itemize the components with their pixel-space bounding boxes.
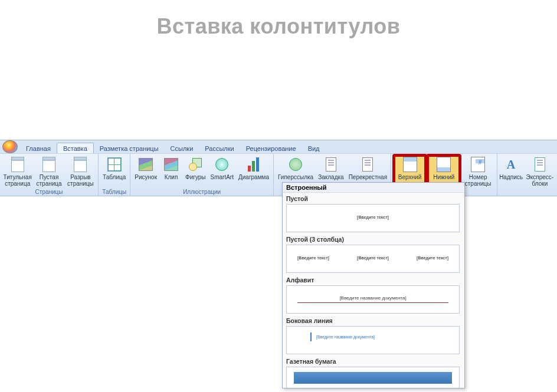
blank-page-button[interactable]: Пустая страница <box>34 155 64 188</box>
tab-page-layout[interactable]: Разметка страницы <box>94 143 165 153</box>
page-icon <box>9 156 26 173</box>
newsbar <box>294 372 452 384</box>
group-pages: Титульная страница Пустая страница Разры… <box>0 154 99 196</box>
label: Гиперссылка <box>278 174 313 180</box>
clipart-icon <box>163 156 179 173</box>
office-button[interactable] <box>2 140 18 153</box>
group-illustrations: Рисунок Клип Фигуры SmartArt Диаграмма <box>130 154 274 196</box>
gallery-item-alphabet[interactable]: Алфавит [Введите название документа] <box>283 274 463 315</box>
bookmark-button[interactable]: Закладка <box>316 155 345 182</box>
label: Разрыв страницы <box>67 174 94 187</box>
bookmark-icon <box>323 156 339 173</box>
group-label: Таблицы <box>101 188 127 196</box>
quickparts-icon <box>532 156 548 173</box>
gallery-preview: [Введите текст] <box>286 204 460 232</box>
table-button[interactable]: Таблица <box>101 155 127 182</box>
label: SmartArt <box>211 174 234 180</box>
chart-button[interactable]: Диаграмма <box>237 155 271 182</box>
smartart-button[interactable]: SmartArt <box>209 155 235 182</box>
label: Пустая страница <box>35 174 62 187</box>
pagenum-icon <box>470 156 486 173</box>
chart-icon <box>245 156 262 173</box>
gallery-section-header: Встроенный <box>283 183 464 193</box>
tab-view[interactable]: Вид <box>302 143 326 153</box>
textbox-button[interactable]: A Надпись <box>500 155 522 182</box>
tab-home[interactable]: Главная <box>20 143 57 153</box>
page-break-button[interactable]: Разрыв страницы <box>65 155 96 188</box>
gallery-item-title: Газетная бумага <box>286 358 460 365</box>
label: Закладка <box>318 174 343 180</box>
gallery-item-pustoy[interactable]: Пустой [Введите текст] <box>283 193 463 233</box>
ribbon-body: Титульная страница Пустая страница Разры… <box>0 153 557 196</box>
group-tables: Таблица Таблицы <box>99 154 130 196</box>
placeholder-text: [Введите текст] <box>417 256 448 260</box>
gallery-preview <box>286 367 460 388</box>
quickparts-button[interactable]: Экспресс-блоки <box>523 155 556 188</box>
gallery-item-title: Пустой (3 столбца) <box>286 236 460 243</box>
group-label: Страницы <box>2 188 96 196</box>
group-text: A Надпись Экспресс-блоки A WordArt A Бук… <box>497 154 557 196</box>
hyperlink-button[interactable]: Гиперссылка <box>276 155 315 182</box>
gallery-preview: [Введите название документа] <box>286 285 460 314</box>
placeholder-text: [Введите название документа] <box>310 332 435 341</box>
header-icon <box>402 156 418 173</box>
textbox-icon: A <box>503 156 519 173</box>
label: Номер страницы <box>463 174 493 187</box>
label: Фигуры <box>185 174 205 180</box>
picture-button[interactable]: Рисунок <box>133 155 159 182</box>
picture-icon <box>137 156 154 173</box>
table-icon <box>106 156 123 173</box>
gallery-item-sideline[interactable]: Боковая линия [Введите название документ… <box>283 315 463 355</box>
gallery-preview: [Введите текст] [Введите текст] [Введите… <box>286 245 460 273</box>
group-label: Иллюстрации <box>133 188 271 196</box>
placeholder-text: [Введите текст] <box>297 215 448 219</box>
crossref-icon <box>359 156 376 173</box>
clipart-button[interactable]: Клип <box>160 155 182 182</box>
footer-icon <box>435 156 452 173</box>
label: Диаграмма <box>238 174 269 180</box>
tab-mailings[interactable]: Рассылки <box>199 143 240 153</box>
gallery-item-3col[interactable]: Пустой (3 столбца) [Введите текст] [Введ… <box>283 233 463 274</box>
label: Таблица <box>103 174 126 180</box>
globe-icon <box>287 156 304 173</box>
gallery-preview: [Введите название документа] <box>286 326 460 354</box>
gallery-item-newsprint[interactable]: Газетная бумага <box>283 355 463 388</box>
tab-insert[interactable]: Вставка <box>57 143 94 153</box>
placeholder-text: [Введите текст] <box>297 256 329 260</box>
pagenum-button[interactable]: Номер страницы <box>461 155 494 188</box>
smartart-icon <box>214 156 230 173</box>
label: Экспресс-блоки <box>525 174 555 187</box>
shapes-button[interactable]: Фигуры <box>184 155 207 182</box>
shapes-icon <box>187 156 204 173</box>
ribbon: Главная Вставка Разметка страницы Ссылки… <box>0 140 557 196</box>
gallery-item-title: Пустой <box>286 195 460 202</box>
label: Рисунок <box>135 174 157 180</box>
page-title: Вставка колонтитулов <box>0 14 557 39</box>
page-break-icon <box>72 156 89 173</box>
gallery-item-title: Боковая линия <box>286 317 460 324</box>
title-page-button[interactable]: Титульная страница <box>2 155 32 188</box>
ribbon-tabs: Главная Вставка Разметка страницы Ссылки… <box>0 140 557 153</box>
label: Клип <box>165 174 178 180</box>
placeholder-text: [Введите название документа] <box>297 295 448 303</box>
placeholder-text: [Введите текст] <box>357 256 389 260</box>
gallery-item-title: Алфавит <box>286 276 460 284</box>
label: Титульная страница <box>4 174 32 187</box>
header-gallery: Встроенный Пустой [Введите текст] Пустой… <box>282 182 465 388</box>
tab-review[interactable]: Рецензирование <box>240 143 302 153</box>
tab-references[interactable]: Ссылки <box>165 143 199 153</box>
label: Надпись <box>499 174 523 180</box>
group-label: Текст <box>500 196 557 204</box>
page-icon <box>41 156 57 173</box>
gallery-scroll[interactable]: Пустой [Введите текст] Пустой (3 столбца… <box>283 193 464 388</box>
